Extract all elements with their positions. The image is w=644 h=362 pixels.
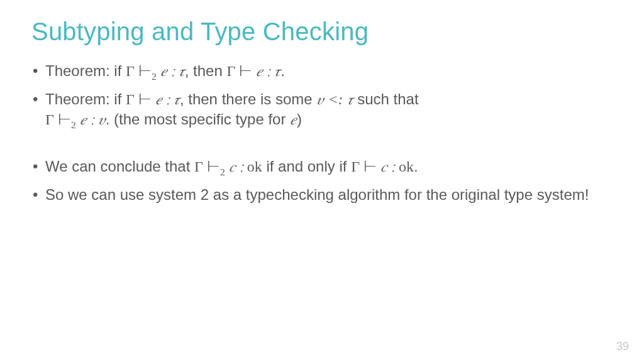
gamma: Γ: [194, 158, 203, 175]
expr: 𝑒 ∶ 𝜏: [155, 91, 180, 107]
var-e: 𝑒: [290, 111, 297, 128]
bullet-2-line-2: Γ ⊢2 𝑒 ∶ 𝜐. (the most specific type for …: [45, 109, 613, 131]
ok-type: ok: [399, 158, 414, 175]
bullet-2: Theorem: if Γ ⊢ 𝑒 ∶ 𝜏, then there is som…: [31, 89, 613, 131]
bullet-1: Theorem: if Γ ⊢2 𝑒 ∶ 𝜏, then Γ ⊢ 𝑒 ∶ 𝜏.: [31, 61, 613, 83]
sub-2: 2: [220, 167, 225, 177]
text: Theorem: if: [45, 90, 126, 107]
text: , then: [185, 62, 227, 79]
turnstile: ⊢: [235, 63, 256, 79]
text: .: [280, 62, 285, 79]
slide: Subtyping and Type Checking Theorem: if …: [0, 0, 644, 362]
turnstile: ⊢: [54, 111, 71, 128]
gamma: Γ: [45, 111, 54, 128]
gamma: Γ: [226, 63, 235, 79]
turnstile: ⊢: [203, 158, 220, 175]
turnstile: ⊢: [360, 158, 380, 175]
turnstile: ⊢: [135, 91, 155, 107]
expr: 𝑒 ∶ 𝜏: [256, 63, 280, 79]
sub-2: 2: [152, 71, 157, 82]
subtype-rel: 𝜐 <: 𝜏: [316, 91, 353, 107]
bullet-list: Theorem: if Γ ⊢2 𝑒 ∶ 𝜏, then Γ ⊢ 𝑒 ∶ 𝜏. …: [31, 61, 613, 205]
text: Theorem: if: [45, 62, 126, 79]
ok-type: ok: [247, 158, 262, 175]
slide-title: Subtyping and Type Checking: [31, 18, 613, 46]
gamma: Γ: [351, 158, 360, 175]
turnstile: ⊢: [135, 63, 152, 79]
text: We can conclude that: [45, 158, 194, 175]
bullet-4: So we can use system 2 as a typechecking…: [31, 185, 613, 205]
expr: 𝑒 ∶ 𝜏: [157, 63, 185, 79]
text: So we can use system 2 as a typechecking…: [45, 186, 589, 203]
expr: 𝑒 ∶ 𝜐: [76, 111, 106, 128]
bullet-3: We can conclude that Γ ⊢2 𝑐 ∶ ok if and …: [31, 156, 613, 178]
page-number: 39: [616, 340, 629, 353]
gamma: Γ: [126, 91, 135, 107]
text: , then there is some: [180, 90, 316, 107]
expr: 𝑐 ∶: [225, 158, 247, 175]
text: .: [414, 158, 418, 175]
sub-2: 2: [71, 119, 76, 130]
gamma: Γ: [126, 63, 135, 79]
text: ): [297, 111, 302, 128]
text: . (the most specific type for: [106, 111, 290, 128]
expr: 𝑐 ∶: [380, 158, 399, 175]
text: if and only if: [262, 158, 351, 175]
text: such that: [353, 90, 419, 107]
